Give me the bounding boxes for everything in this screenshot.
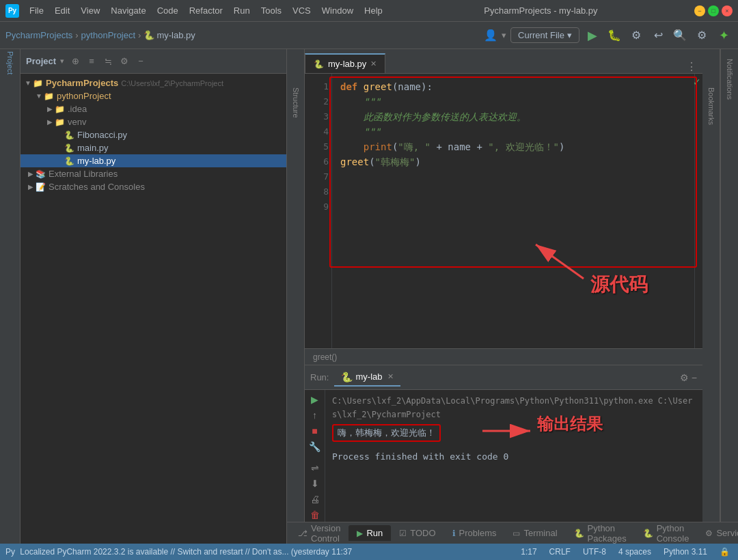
right-gutter: ✓ (694, 74, 702, 348)
run-rerun-button[interactable]: ↑ (308, 408, 323, 421)
window-controls: − □ × (694, 5, 733, 16)
line-ending[interactable]: CRLF (547, 547, 573, 557)
run-left-buttons: ▶ ↑ ■ 🔧 ⇌ ⬇ 🖨 🗑 (305, 390, 325, 522)
profile-button[interactable]: ↩ (649, 27, 667, 44)
breadcrumb-projects[interactable]: PycharmProjects (5, 30, 72, 40)
tree-scratches[interactable]: ▶ 📝 Scratches and Consoles (20, 180, 286, 193)
menu-window[interactable]: Window (317, 4, 358, 17)
status-message: Py Localized PyCharm 2022.3.2 is availab… (5, 547, 510, 557)
menu-file[interactable]: File (25, 4, 49, 17)
encoding[interactable]: UTF-8 (580, 547, 609, 557)
run-content: ▶ ↑ ■ 🔧 ⇌ ⬇ 🖨 🗑 C:\Users\lxf_2\AppData\ (305, 390, 702, 522)
menu-bar: File Edit View Navigate Code Refactor Ru… (25, 4, 387, 17)
menu-refactor[interactable]: Refactor (184, 4, 228, 17)
indent-setting[interactable]: 4 spaces (616, 547, 654, 557)
tree-extlibs[interactable]: ▶ 📚 External Libraries (20, 167, 286, 180)
run-tab-close[interactable]: ✕ (387, 372, 394, 381)
current-file-button[interactable]: Current File ▾ (510, 27, 579, 43)
run-filter-button[interactable]: ⇌ (308, 462, 323, 475)
terminal-icon: ▭ (512, 529, 520, 538)
code-line-2: """ (340, 94, 686, 109)
editor-run-area: 🐍 my-lab.py ✕ ⋮ 1 2 3 4 5 (305, 49, 702, 522)
bookmarks-panel: Bookmarks (702, 49, 720, 522)
search-button[interactable]: 🔍 (671, 27, 689, 44)
pycharm-icon[interactable]: ✦ (715, 27, 733, 44)
notifications-toggle[interactable]: Notifications (724, 55, 735, 104)
code-line-5: print("嗨, " + name + ", 欢迎光临！") (340, 139, 686, 154)
python-console-icon: 🐍 (643, 529, 653, 538)
tree-mylab[interactable]: 🐍 my-lab.py (20, 154, 286, 167)
code-content[interactable]: def greet(name): """ 此函数对作为参数传送的人表达欢迎。 "… (332, 74, 694, 348)
locate-icon[interactable]: ⊕ (68, 55, 82, 68)
settings-button[interactable]: ⚙ (693, 27, 711, 44)
run-output: C:\Users\lxf_2\AppData\Local\Programs\Py… (325, 390, 702, 522)
run-controls: 👤 ▾ Current File ▾ ▶ 🐛 ⚙ ↩ 🔍 ⚙ ✦ (484, 27, 733, 44)
tab-services[interactable]: ⚙ Services (697, 525, 738, 541)
tab-todo[interactable]: ☑ TODO (391, 525, 443, 541)
menu-view[interactable]: View (76, 4, 105, 17)
code-line-1: def greet(name): (340, 79, 686, 94)
run-button[interactable]: ▶ (584, 27, 601, 44)
cursor-position[interactable]: 1:17 (518, 547, 539, 557)
statusbar: Py Localized PyCharm 2022.3.2 is availab… (0, 544, 738, 560)
tree-idea[interactable]: ▶ 📁 .idea (20, 102, 286, 115)
settings-panel-icon[interactable]: ⚙ (118, 55, 131, 68)
tab-terminal[interactable]: ▭ Terminal (504, 525, 565, 541)
run-exit-line: Process finished with exit code 0 (332, 450, 696, 464)
tab-version-control[interactable]: ⎇ Version Control (290, 520, 348, 544)
notifications-panel: Notifications (720, 49, 738, 522)
run-stop-button[interactable]: ■ (308, 424, 323, 437)
collapse-icon[interactable]: ≒ (101, 55, 115, 68)
run-panel: Run: 🐍 my-lab ✕ ⚙ − (305, 365, 702, 522)
tree-main[interactable]: 🐍 main.py (20, 141, 286, 154)
tab-python-packages[interactable]: 🐍 Python Packages (566, 520, 635, 544)
close-button[interactable]: × (722, 5, 733, 16)
expand-all-icon[interactable]: ≡ (85, 55, 98, 68)
run-settings-icon[interactable]: ⚙ (680, 372, 689, 383)
structure-toggle[interactable]: Structure (290, 83, 301, 122)
breadcrumb-file[interactable]: 🐍 my-lab.py (144, 30, 195, 40)
run-print-button[interactable]: 🖨 (308, 493, 323, 506)
tab-more-button[interactable]: ⋮ (681, 60, 702, 73)
debug-button[interactable]: 🐛 (605, 27, 623, 44)
breadcrumb-project[interactable]: pythonProject (81, 30, 136, 40)
bookmarks-toggle[interactable]: Bookmarks (706, 83, 717, 129)
run-tab-mylab[interactable]: 🐍 my-lab ✕ (334, 369, 400, 387)
root-name: PycharmProjects (46, 78, 118, 88)
menu-edit[interactable]: Edit (50, 4, 74, 17)
tree-root[interactable]: ▼ 📁 PycharmProjects C:\Users\lxf_2\Pycha… (20, 76, 286, 89)
breadcrumb: PycharmProjects › pythonProject › 🐍 my-l… (5, 30, 480, 40)
project-title: Project (26, 56, 56, 66)
project-tree: ▼ 📁 PycharmProjects C:\Users\lxf_2\Pycha… (20, 74, 286, 544)
tab-mylab[interactable]: 🐍 my-lab.py ✕ (305, 53, 385, 73)
main-area: Project Project ▾ ⊕ ≡ ≒ ⚙ − ▼ 📁 (0, 49, 738, 544)
run-wrench-button[interactable]: 🔧 (308, 440, 323, 453)
coverage-button[interactable]: ⚙ (627, 27, 645, 44)
project-panel-toggle[interactable]: Project (2, 55, 18, 71)
maximize-button[interactable]: □ (708, 5, 719, 16)
menu-code[interactable]: Code (152, 4, 183, 17)
user-icon: 👤 (484, 29, 497, 42)
tree-fibonacci[interactable]: 🐍 Fibonacci.py (20, 128, 286, 141)
menu-run[interactable]: Run (229, 4, 255, 17)
run-scroll-button[interactable]: ⬇ (308, 477, 323, 490)
minimize-button[interactable]: − (694, 5, 705, 16)
center-area: Structure 🐍 my-lab.py ✕ ⋮ (287, 49, 738, 544)
menu-help[interactable]: Help (359, 4, 387, 17)
tree-pythonproject[interactable]: ▼ 📁 pythonProject (20, 89, 286, 102)
run-close-icon[interactable]: − (692, 372, 697, 383)
tab-python-console[interactable]: 🐍 Python Console (635, 520, 698, 544)
menu-vcs[interactable]: VCS (288, 4, 316, 17)
tab-close-button[interactable]: ✕ (370, 59, 377, 68)
run-play-button[interactable]: ▶ (308, 393, 323, 406)
run-cmd-line: C:\Users\lxf_2\AppData\Local\Programs\Py… (332, 394, 696, 421)
menu-navigate[interactable]: Navigate (106, 4, 150, 17)
menu-tools[interactable]: Tools (256, 4, 286, 17)
code-editor: 1 2 3 4 5 6 7 8 9 def greet(name): (305, 74, 702, 348)
tab-run[interactable]: ▶ Run (348, 525, 391, 541)
tree-venv[interactable]: ▶ 📁 venv (20, 115, 286, 128)
tab-problems[interactable]: ℹ Problems (444, 525, 505, 541)
python-version[interactable]: Python 3.11 (661, 547, 710, 557)
close-panel-icon[interactable]: − (134, 55, 148, 68)
run-tab-icon: 🐍 (341, 372, 353, 382)
